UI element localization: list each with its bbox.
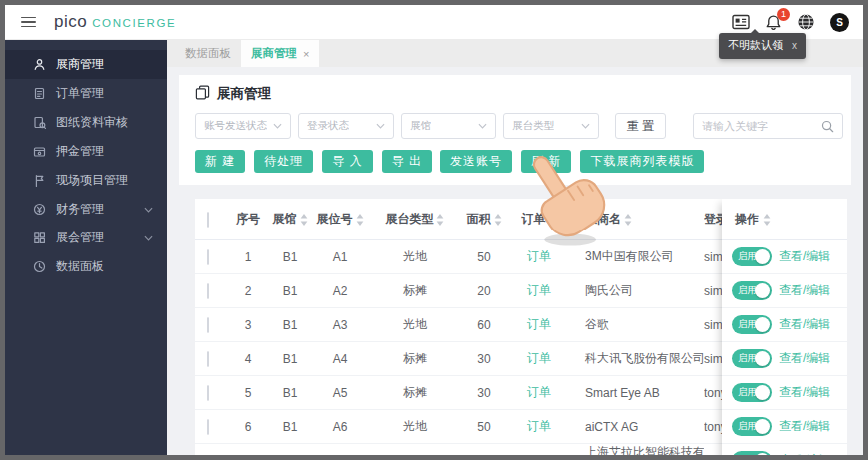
operations-row: 启用查看/编辑 <box>722 410 847 444</box>
action-button[interactable]: 导 入 <box>322 150 372 173</box>
sidebar-item-label: 订单管理 <box>56 85 104 102</box>
view-edit-link[interactable]: 查看/编辑 <box>779 248 830 265</box>
row-checkbox[interactable] <box>207 317 209 333</box>
view-edit-link[interactable]: 查看/编辑 <box>779 350 830 367</box>
sort-icon[interactable] <box>356 214 364 226</box>
sort-icon[interactable] <box>300 214 308 226</box>
enable-toggle[interactable]: 启用 <box>732 451 772 455</box>
filter-select[interactable]: 账号发送状态 <box>195 113 291 139</box>
select-all-checkbox[interactable] <box>207 212 209 228</box>
cell-order: 订单 <box>506 316 572 333</box>
cell-order: 订单 <box>506 384 572 401</box>
sidebar-item[interactable]: 数据面板 <box>5 252 167 281</box>
operations-row: 启用查看/编辑 <box>722 308 847 342</box>
sidebar-item-label: 展会管理 <box>56 230 104 246</box>
column-header: 序号 <box>229 211 267 228</box>
cell-order: 订单 <box>506 248 572 265</box>
column-header: 面积 <box>462 211 506 228</box>
cell-type: 标摊 <box>367 384 462 401</box>
row-checkbox-cell <box>195 318 229 332</box>
sidebar-item[interactable]: 展会管理 <box>5 224 167 252</box>
cell-no: 3 <box>229 318 267 332</box>
sidebar-item[interactable]: 订单管理 <box>5 79 167 108</box>
row-checkbox[interactable] <box>207 249 209 265</box>
claim-card-icon[interactable] <box>732 14 750 30</box>
view-edit-link[interactable]: 查看/编辑 <box>779 452 830 455</box>
cell-area: 50 <box>462 420 506 434</box>
sort-icon[interactable] <box>624 214 632 226</box>
enable-toggle[interactable]: 启用 <box>732 383 772 402</box>
row-checkbox[interactable] <box>207 283 209 299</box>
tab[interactable]: 数据面板 <box>175 40 241 67</box>
order-link[interactable]: 订单 <box>527 282 551 299</box>
enable-toggle[interactable]: 启用 <box>732 349 772 368</box>
column-header: 展商名 <box>572 211 704 228</box>
toggle-knob <box>755 317 770 332</box>
user-avatar[interactable]: S <box>830 13 849 32</box>
row-checkbox[interactable] <box>207 419 209 435</box>
sidebar-item[interactable]: 图纸资料审核 <box>5 108 167 137</box>
action-button[interactable]: 导 出 <box>382 150 432 173</box>
enable-toggle[interactable]: 启用 <box>732 417 772 436</box>
order-link[interactable]: 订单 <box>527 384 551 401</box>
cell-no: 5 <box>229 386 267 400</box>
tab[interactable]: 展商管理× <box>241 40 319 67</box>
keyword-search-input[interactable] <box>702 120 821 132</box>
sidebar-item[interactable]: 现场项目管理 <box>5 166 167 195</box>
enable-toggle[interactable]: 启用 <box>732 247 772 266</box>
view-edit-link[interactable]: 查看/编辑 <box>779 384 830 401</box>
cell-empty <box>506 444 572 455</box>
cell-no: 1 <box>229 250 267 264</box>
cell-area: 60 <box>462 318 506 332</box>
enable-toggle[interactable]: 启用 <box>732 281 772 300</box>
row-checkbox[interactable] <box>207 385 209 401</box>
cell-hall: B1 <box>267 386 313 400</box>
filter-select[interactable]: 登录状态 <box>298 113 394 139</box>
sidebar-item[interactable]: 展商管理 <box>5 50 167 79</box>
sort-icon[interactable] <box>494 214 502 226</box>
action-button[interactable]: 发送账号 <box>440 150 512 173</box>
row-checkbox[interactable] <box>207 351 209 367</box>
action-button[interactable]: 刷 新 <box>521 150 571 173</box>
chevron-down-icon <box>273 123 282 129</box>
hamburger-menu-icon[interactable] <box>21 17 36 28</box>
tab-close-icon[interactable]: × <box>303 48 309 60</box>
column-header-label: 订单 <box>522 211 546 228</box>
cell-no: 2 <box>229 284 267 298</box>
search-icon[interactable] <box>821 120 834 133</box>
sidebar-item-label: 现场项目管理 <box>56 172 128 189</box>
chevron-down-icon <box>376 123 385 129</box>
chevron-down-icon <box>144 235 153 241</box>
order-link[interactable]: 订单 <box>527 350 551 367</box>
filter-placeholder: 展台类型 <box>512 119 554 133</box>
tooltip-close-icon[interactable]: x <box>792 40 797 51</box>
operations-row: 启用查看/编辑 <box>722 376 847 410</box>
sort-icon[interactable] <box>763 214 771 226</box>
view-edit-link[interactable]: 查看/编辑 <box>779 282 830 299</box>
reset-button[interactable]: 重 置 <box>615 113 666 139</box>
enable-toggle[interactable]: 启用 <box>732 315 772 334</box>
view-edit-link[interactable]: 查看/编辑 <box>779 316 830 333</box>
sort-icon[interactable] <box>436 214 444 226</box>
cell-hall: B1 <box>267 352 313 366</box>
sort-icon[interactable] <box>549 214 557 226</box>
cell-booth: A4 <box>313 352 367 366</box>
sidebar-item[interactable]: 财务管理 <box>5 195 167 224</box>
action-button[interactable]: 下载展商列表模版 <box>580 150 704 173</box>
cell-type: 光地 <box>367 418 462 435</box>
globe-icon[interactable] <box>797 13 815 31</box>
order-link[interactable]: 订单 <box>527 316 551 333</box>
filter-select[interactable]: 展台类型 <box>503 113 599 139</box>
toggle-knob <box>755 283 770 298</box>
sidebar-item[interactable]: 押金管理 <box>5 137 167 166</box>
bell-icon[interactable]: 1 <box>765 14 782 31</box>
order-link[interactable]: 订单 <box>527 248 551 265</box>
column-header-label: 面积 <box>467 211 491 228</box>
column-header-label: 序号 <box>236 211 260 228</box>
view-edit-link[interactable]: 查看/编辑 <box>779 418 830 435</box>
action-button[interactable]: 待处理 <box>254 150 313 173</box>
column-header-label: 展位号 <box>317 211 353 228</box>
order-link[interactable]: 订单 <box>527 418 551 435</box>
action-button[interactable]: 新 建 <box>195 150 245 173</box>
filter-select[interactable]: 展馆 <box>401 113 496 139</box>
